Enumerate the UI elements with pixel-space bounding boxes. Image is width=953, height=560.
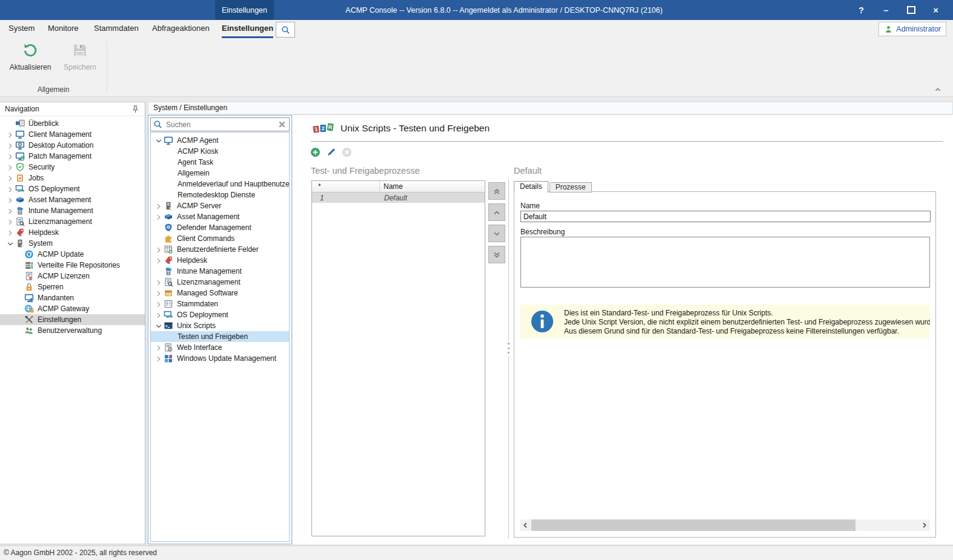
tree-item-stammdaten[interactable]: Stammdaten (151, 298, 289, 309)
chevron-right-icon[interactable] (6, 130, 15, 139)
chevron-right-icon[interactable] (154, 256, 164, 265)
chevron-right-icon[interactable] (154, 202, 164, 211)
nav-item-ueberblick[interactable]: Überblick (0, 118, 145, 129)
refresh-button[interactable]: Aktualisieren (6, 42, 55, 77)
pushpin-icon[interactable] (131, 105, 140, 114)
scrollbar-track[interactable] (855, 519, 918, 531)
tree-item-defender-management[interactable]: Defender Management (151, 222, 289, 233)
nav-item-verteilte-file-repositories[interactable]: Verteilte File Repositories (0, 260, 145, 271)
save-button[interactable]: Speichern (56, 42, 104, 77)
settings-search-input[interactable] (165, 120, 275, 130)
nav-item-acmp-gateway[interactable]: ACMP Gateway (0, 303, 145, 314)
tree-item-acmp-server[interactable]: ACMP Server (151, 200, 289, 211)
nav-item-system[interactable]: System (0, 238, 145, 249)
help-button[interactable]: ? (849, 0, 874, 20)
tree-item-helpdesk[interactable]: Helpdesk (151, 255, 289, 266)
nav-item-asset-management[interactable]: Asset Management (0, 194, 145, 205)
tree-item-testen-und-freigeben-selected[interactable]: Testen und Freigeben (151, 331, 289, 342)
chevron-right-icon[interactable] (154, 311, 164, 320)
administrator-button[interactable]: Administrator (878, 22, 946, 36)
chevron-right-icon[interactable] (154, 278, 164, 287)
menu-search-button[interactable] (276, 22, 295, 38)
chevron-right-icon[interactable] (154, 300, 164, 309)
chevron-down-icon[interactable] (6, 239, 15, 248)
nav-item-helpdesk[interactable]: Helpdesk (0, 227, 145, 238)
horizontal-scrollbar[interactable] (520, 519, 930, 531)
column-header-star[interactable]: * (312, 181, 380, 192)
add-icon[interactable] (310, 147, 320, 157)
tree-item-asset-management[interactable]: Asset Management (151, 211, 289, 222)
tree-item-intune-management[interactable]: Intune Management (151, 266, 289, 277)
move-up-button[interactable] (488, 203, 505, 221)
nav-item-lizenzmanagement[interactable]: Lizenzmanagement (0, 216, 145, 227)
beschreibung-field[interactable] (520, 237, 930, 288)
tree-item-lizenzmanagement[interactable]: Lizenzmanagement (151, 277, 289, 288)
chevron-right-icon[interactable] (6, 217, 15, 226)
nav-item-sperren[interactable]: Sperren (0, 282, 145, 292)
table-row-default[interactable]: 1 Default (312, 193, 485, 203)
tree-item-anmeldeverlauf[interactable]: Anmeldeverlauf und Hauptbenutzer (151, 179, 289, 189)
scrollbar-thumb[interactable] (531, 519, 855, 531)
nav-item-client-management[interactable]: Client Management (0, 129, 145, 140)
nav-item-patch-management[interactable]: Patch Management (0, 151, 145, 162)
menu-item-abfrageaktionen[interactable]: Abfrageaktionen (152, 20, 210, 36)
move-bottom-button[interactable] (488, 246, 505, 263)
tab-details[interactable]: Details (514, 181, 548, 193)
chevron-right-icon[interactable] (154, 343, 164, 352)
tree-item-windows-update-management[interactable]: Windows Update Management (151, 353, 289, 364)
name-field[interactable] (520, 211, 931, 222)
tab-prozesse[interactable]: Prozesse (550, 182, 592, 193)
nav-item-jobs[interactable]: Jobs (0, 173, 145, 183)
chevron-right-icon[interactable] (6, 196, 15, 205)
menu-item-stammdaten[interactable]: Stammdaten (94, 20, 139, 36)
chevron-right-icon[interactable] (6, 152, 15, 161)
nav-item-benutzerverwaltung[interactable]: Benutzerverwaltung (0, 325, 145, 336)
tree-item-agent-task[interactable]: Agent Task (151, 157, 289, 168)
tree-item-benutzerdefinierte-felder[interactable]: Benutzerdefinierte Felder (151, 244, 289, 255)
delete-icon[interactable] (342, 147, 352, 157)
nav-item-intune-management[interactable]: Intune Management (0, 205, 145, 216)
scroll-right-icon[interactable] (918, 519, 930, 531)
chevron-right-icon[interactable] (154, 289, 164, 298)
chevron-right-icon[interactable] (6, 185, 15, 194)
chevron-right-icon[interactable] (6, 228, 15, 237)
ribbon-collapse-icon[interactable] (934, 85, 942, 94)
edit-pencil-icon[interactable] (326, 147, 336, 157)
chevron-down-icon[interactable] (154, 136, 164, 145)
chevron-right-icon[interactable] (154, 245, 164, 254)
menu-item-monitore[interactable]: Monitore (48, 20, 79, 36)
tree-item-client-commands[interactable]: Client Commands (151, 233, 289, 244)
tree-item-allgemein[interactable]: Allgemein (151, 168, 289, 179)
tree-item-web-interface[interactable]: Web Interface (151, 342, 289, 353)
nav-item-os-deployment[interactable]: OS Deployment (0, 183, 145, 194)
chevron-right-icon[interactable] (6, 141, 15, 150)
tree-item-os-deployment[interactable]: OS Deployment (151, 309, 289, 320)
titlebar-pinned-tab[interactable]: Einstellungen (215, 0, 274, 20)
nav-item-mandanten[interactable]: Mandanten (0, 292, 145, 303)
chevron-right-icon[interactable] (154, 212, 164, 222)
tree-item-managed-software[interactable]: Managed Software (151, 288, 289, 298)
menu-item-einstellungen[interactable]: Einstellungen (222, 20, 273, 38)
chevron-right-icon[interactable] (154, 354, 164, 363)
move-down-button[interactable] (488, 225, 505, 242)
tree-item-acmp-agent[interactable]: ACMP Agent (151, 135, 289, 146)
move-top-button[interactable] (488, 182, 505, 200)
nav-item-security[interactable]: Security (0, 162, 145, 173)
tree-item-unix-scripts[interactable]: Unix Scripts (151, 320, 289, 331)
column-header-name[interactable]: Name (380, 182, 485, 191)
close-button[interactable]: × (923, 0, 948, 20)
chevron-down-icon[interactable] (154, 321, 164, 331)
nav-item-einstellungen-selected[interactable]: Einstellungen (0, 314, 145, 325)
scroll-left-icon[interactable] (520, 519, 531, 531)
minimize-button[interactable]: – (874, 0, 898, 20)
clear-search-icon[interactable] (277, 120, 287, 129)
chevron-right-icon[interactable] (6, 174, 15, 183)
tree-item-acmp-kiosk[interactable]: ACMP Kiosk (151, 146, 289, 157)
chevron-right-icon[interactable] (6, 206, 15, 216)
chevron-right-icon[interactable] (6, 163, 15, 172)
maximize-button[interactable] (898, 0, 923, 20)
tree-item-remotedesktop-dienste[interactable]: Remotedesktop Dienste (151, 189, 289, 200)
nav-item-desktop-automation[interactable]: Desktop Automation (0, 140, 145, 151)
splitter-handle[interactable] (507, 340, 510, 356)
nav-item-acmp-lizenzen[interactable]: ACMP Lizenzen (0, 271, 145, 282)
